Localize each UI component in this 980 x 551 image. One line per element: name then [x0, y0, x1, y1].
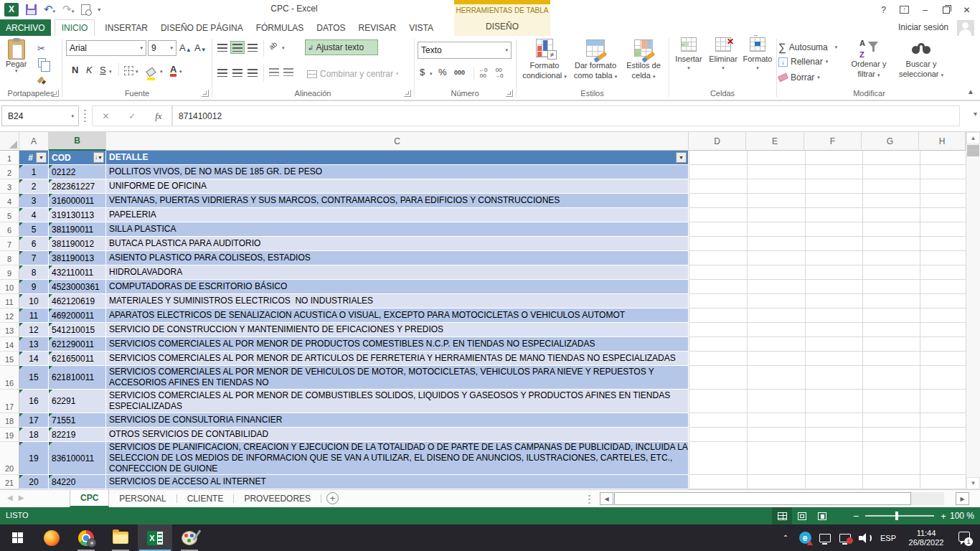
- cell-detalle[interactable]: OTROS SERVICIOS DE CONTABILIDAD: [106, 428, 689, 442]
- row-header-16[interactable]: 16: [0, 366, 19, 390]
- cell-num[interactable]: 18: [19, 428, 49, 442]
- cell-detalle[interactable]: SERVICIOS COMERCIALES AL POR MENOR DE PR…: [106, 337, 689, 352]
- cell-detalle[interactable]: PAPELERIA: [106, 208, 689, 222]
- merge-center-button[interactable]: Combinar y centrar ▾: [305, 66, 411, 82]
- cell-num[interactable]: 3: [19, 194, 49, 208]
- normal-view-button[interactable]: [772, 507, 792, 524]
- cell-detalle[interactable]: SERVICIOS DE ACCESO AL INTERNET: [106, 475, 689, 489]
- row-header-5[interactable]: 5: [0, 208, 19, 222]
- cell-cod[interactable]: 381190012: [49, 237, 106, 251]
- row-header-20[interactable]: 20: [0, 442, 19, 475]
- clock[interactable]: 11:4426/8/2022: [901, 529, 951, 547]
- zoom-out-button[interactable]: −: [851, 510, 861, 522]
- print-preview-icon[interactable]: [81, 4, 90, 15]
- cell-num[interactable]: 14: [19, 352, 49, 366]
- help-button[interactable]: ?: [873, 1, 894, 19]
- sheet-tab-personal[interactable]: PERSONAL: [109, 490, 176, 507]
- hscroll-left-icon[interactable]: ◀: [600, 492, 613, 505]
- wrap-text-button[interactable]: ↲ Ajustar texto: [305, 39, 378, 55]
- network-tray-icon[interactable]: [815, 534, 835, 542]
- find-select-button[interactable]: Buscar yseleccionar ▾: [893, 36, 949, 80]
- cell-detalle[interactable]: APARATOS ELECTRICOS DE SENALIZACION ACUS…: [106, 309, 689, 323]
- clear-button[interactable]: Borrar▾: [778, 72, 820, 83]
- notification-center-icon[interactable]: 1: [951, 524, 980, 551]
- ribbon-display-options-button[interactable]: ↑: [894, 1, 915, 19]
- align-left-button[interactable]: [215, 66, 230, 79]
- borders-button[interactable]: [124, 65, 133, 78]
- column-header-G[interactable]: G: [862, 132, 919, 151]
- tab-insertar[interactable]: INSERTAR: [98, 19, 154, 36]
- alignment-dialog-launcher[interactable]: [404, 90, 411, 97]
- column-header-E[interactable]: E: [746, 132, 804, 151]
- increase-indent-button[interactable]: [283, 68, 293, 76]
- cell-num[interactable]: 12: [19, 323, 49, 337]
- name-box[interactable]: B24▾: [1, 105, 79, 126]
- zoom-in-button[interactable]: +: [938, 511, 948, 522]
- format-button[interactable]: ↔ Formato ▾: [741, 37, 774, 71]
- row-header-2[interactable]: 2: [0, 165, 19, 179]
- cell-cod[interactable]: 02122: [49, 165, 106, 179]
- taskbar-paint[interactable]: [172, 524, 207, 551]
- italic-button[interactable]: K: [86, 65, 93, 75]
- percent-button[interactable]: %: [438, 67, 447, 77]
- sheet-tab-proveedores[interactable]: PROVEEDORES: [234, 490, 321, 507]
- page-layout-view-button[interactable]: [792, 507, 812, 524]
- tab-dise-o-de-p-gina[interactable]: DISEÑO DE PÁGINA: [154, 19, 250, 36]
- cell-cod[interactable]: 84220: [49, 475, 106, 489]
- save-icon[interactable]: [26, 4, 37, 15]
- taskbar-excel[interactable]: X: [138, 524, 172, 551]
- cell-cod[interactable]: 836100011: [49, 442, 106, 475]
- redo-icon[interactable]: ↷▾: [62, 3, 74, 16]
- restore-button[interactable]: [936, 1, 956, 19]
- row-header-11[interactable]: 11: [0, 294, 19, 309]
- expand-formula-bar-icon[interactable]: ▾: [974, 110, 977, 118]
- cell-cod[interactable]: 82219: [49, 428, 106, 442]
- tab-revisar[interactable]: REVISAR: [352, 19, 403, 36]
- cell-num[interactable]: 8: [19, 265, 49, 280]
- align-bottom-button[interactable]: [245, 41, 260, 54]
- orientation-button[interactable]: ab: [268, 40, 279, 52]
- cell-detalle[interactable]: SERVICIOS COMERCIALES AL POR MENOR DE VE…: [106, 366, 689, 390]
- cell-num[interactable]: 17: [19, 413, 49, 428]
- cell-num[interactable]: 4: [19, 208, 49, 222]
- column-header-B[interactable]: B: [49, 132, 106, 151]
- row-header-9[interactable]: 9: [0, 265, 19, 280]
- underline-button[interactable]: S: [100, 65, 106, 75]
- tab-archivo[interactable]: ARCHIVO: [0, 19, 51, 36]
- cell-num[interactable]: 11: [19, 309, 49, 323]
- borders-dropdown[interactable]: ▾: [136, 69, 138, 75]
- sheet-nav-arrows[interactable]: ◀▶: [7, 494, 29, 501]
- filter-icon-num[interactable]: ▼: [36, 152, 47, 163]
- sheet-tab-cpc[interactable]: CPC: [70, 490, 109, 507]
- row-header-7[interactable]: 7: [0, 237, 19, 251]
- decrease-indent-button[interactable]: [269, 68, 279, 76]
- display-alert-tray-icon[interactable]: [835, 534, 855, 542]
- cell-num[interactable]: 10: [19, 294, 49, 309]
- comma-style-button[interactable]: 000: [454, 69, 465, 76]
- font-color-dropdown[interactable]: ▾: [179, 69, 182, 75]
- cell-detalle[interactable]: COMPUTADORAS DE ESCRITORIO BÁSICO: [106, 280, 689, 294]
- hscroll-right-icon[interactable]: ▶: [956, 492, 969, 505]
- cell-cod[interactable]: 62291: [49, 390, 106, 413]
- fill-button[interactable]: ↓Rellenar▾: [778, 57, 828, 67]
- enter-icon[interactable]: ✓: [128, 111, 136, 121]
- cell-cod[interactable]: 4523000361: [49, 280, 106, 294]
- qat-dropdown-icon[interactable]: ▾: [98, 6, 100, 13]
- increase-decimal-button[interactable]: ←000: [479, 67, 487, 79]
- paste-button[interactable]: Pegar ▾: [6, 39, 27, 74]
- name-box-resize-handle[interactable]: [84, 110, 86, 123]
- insert-button[interactable]: ← Insertar ▾: [672, 37, 705, 71]
- taskbar-chrome[interactable]: [69, 524, 103, 551]
- cell-detalle[interactable]: HIDROLAVADORA: [106, 265, 689, 280]
- cut-button[interactable]: ✂: [37, 42, 45, 55]
- insert-function-icon[interactable]: fx: [155, 110, 161, 122]
- tray-expand-icon[interactable]: ⌃: [776, 534, 795, 542]
- row-header-13[interactable]: 13: [0, 323, 19, 337]
- cell-cod[interactable]: 621650011: [49, 352, 106, 366]
- column-header-C[interactable]: C: [106, 132, 689, 151]
- row-header-17[interactable]: 17: [0, 390, 19, 413]
- tabbar-resize-handle[interactable]: [588, 495, 590, 504]
- format-painter-button[interactable]: [38, 75, 47, 88]
- column-header-H[interactable]: H: [919, 132, 966, 151]
- row-header-14[interactable]: 14: [0, 337, 19, 352]
